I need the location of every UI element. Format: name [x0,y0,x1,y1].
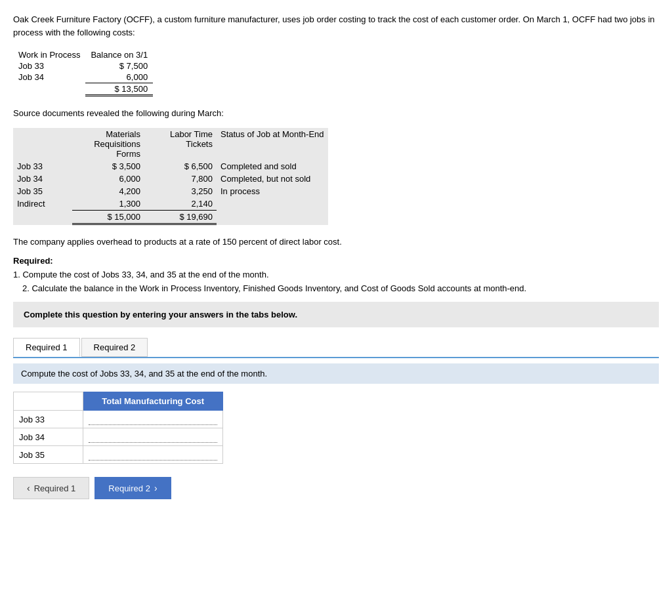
job33-label: Job 33 [14,411,83,428]
balance-total: $ 13,500 [85,83,153,96]
job-cost-table: Total Manufacturing Cost Job 33 Job 34 J… [13,392,223,464]
march-col2-header: Labor Time Tickets [144,128,217,160]
balance-job34-value: 6,000 [85,72,153,83]
required-heading: Required: [13,255,659,268]
tab-required-1[interactable]: Required 1 [13,338,80,357]
complete-box: Complete this question by entering your … [13,302,659,327]
nav-buttons: ‹ Required 1 Required 2 › [13,477,659,499]
balance-col1-header: Work in Process [13,49,85,60]
march-row0-labor: $ 6,500 [144,160,217,173]
table-row: Job 34 [14,428,223,446]
march-row2-status: In process [217,185,328,197]
next-button[interactable]: Required 2 › [94,477,171,499]
job33-input-cell [83,411,223,428]
march-row3-mat: 1,300 [72,197,144,211]
next-button-label: Required 2 [108,483,150,493]
march-row2-labor: 3,250 [144,185,217,197]
prev-button-label: Required 1 [34,483,76,493]
march-col1-header: Materials Requisitions Forms [72,128,144,160]
march-row2-label: Job 35 [13,185,72,197]
march-row3-label: Indirect [13,197,72,211]
job33-input[interactable] [89,413,217,425]
required-item-1: 1. Compute the cost of Jobs 33, 34, and … [13,268,659,282]
tab-content-area: Compute the cost of Jobs 33, 34, and 35 … [13,357,659,499]
march-row1-label: Job 34 [13,173,72,185]
left-arrow-icon: ‹ [27,483,30,493]
job34-input[interactable] [89,431,217,443]
march-row0-mat: $ 3,500 [72,160,144,173]
tabs-container: Required 1 Required 2 [13,338,659,357]
job35-input[interactable] [89,449,217,461]
job34-input-cell [83,428,223,446]
march-col0-header [13,128,72,160]
march-table: Materials Requisitions Forms Labor Time … [13,128,328,225]
march-total-label [13,210,72,224]
march-row0-status: Completed and sold [217,160,328,173]
required-item-2: 2. Calculate the balance in the Work in … [13,282,659,296]
march-row1-status: Completed, but not sold [217,173,328,185]
balance-job33-label: Job 33 [13,60,85,72]
march-row1-labor: 7,800 [144,173,217,185]
overhead-text: The company applies overhead to products… [13,236,659,249]
right-arrow-icon: › [154,483,158,493]
job34-label: Job 34 [14,428,83,446]
prev-button[interactable]: ‹ Required 1 [13,477,89,499]
table-row: Job 33 [14,411,223,428]
source-text: Source documents revealed the following … [13,107,659,120]
march-row0-label: Job 33 [13,160,72,173]
job-cost-total-mfg-header: Total Manufacturing Cost [83,392,223,411]
march-total-mat: $ 15,000 [72,210,144,224]
job-cost-empty-header [14,392,83,411]
complete-box-text: Complete this question by entering your … [24,310,297,319]
march-row1-mat: 6,000 [72,173,144,185]
table-row: Job 35 [14,446,223,464]
job35-label: Job 35 [14,446,83,464]
balance-col2-header: Balance on 3/1 [85,49,153,60]
march-row3-status [217,197,328,211]
balance-job33-value: $ 7,500 [85,60,153,72]
march-row3-labor: 2,140 [144,197,217,211]
march-total-status [217,210,328,224]
tab-required-2[interactable]: Required 2 [81,338,148,357]
balance-job34-label: Job 34 [13,72,85,83]
job35-input-cell [83,446,223,464]
march-row2-mat: 4,200 [72,185,144,197]
tab-description: Compute the cost of Jobs 33, 34, and 35 … [13,363,659,384]
required-section: Required: 1. Compute the cost of Jobs 33… [13,255,659,295]
march-col3-header: Status of Job at Month-End [217,128,328,160]
intro-text: Oak Creek Furniture Factory (OCFF), a cu… [13,13,659,39]
balance-table: Work in Process Balance on 3/1 Job 33 $ … [13,49,153,96]
march-total-labor: $ 19,690 [144,210,217,224]
